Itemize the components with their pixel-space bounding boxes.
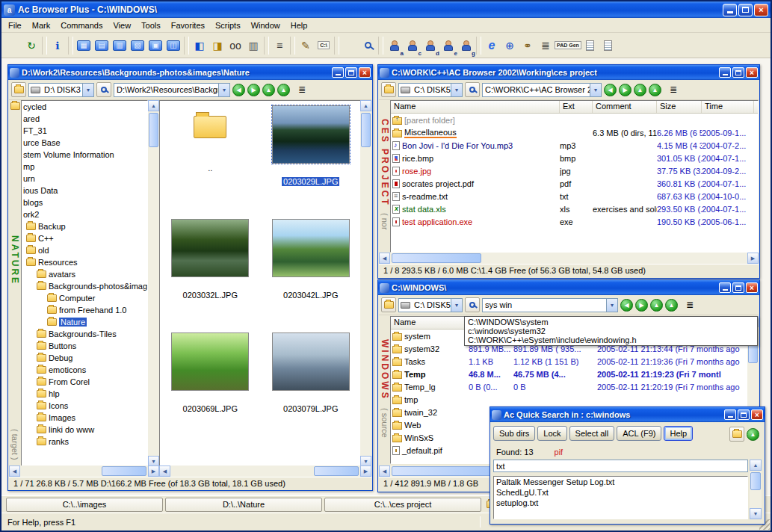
maximize-button[interactable] xyxy=(732,67,744,78)
help-button[interactable]: Help xyxy=(664,426,693,441)
file-row[interactable]: Miscellaneous 6.3 MB (0 dirs, 11 files, … xyxy=(391,126,758,139)
tree-item[interactable]: Buttons xyxy=(22,340,147,352)
file-row[interactable]: rose.jpg jpg 37.75 KB (3... 2004-09-2... xyxy=(391,164,758,177)
window-menu-icon[interactable]: ≣ xyxy=(294,82,309,97)
nav-root-button[interactable]: ▲ xyxy=(277,84,290,96)
nav-forward-button[interactable]: ▶ xyxy=(635,299,648,312)
columns-icon[interactable]: ▥ xyxy=(244,36,262,55)
drive-selector[interactable]: C:\ DISK5 ▾ xyxy=(398,298,463,312)
maximize-button[interactable] xyxy=(738,4,753,16)
minimize-button[interactable] xyxy=(724,409,736,420)
scroll-up-icon[interactable]: ▲ xyxy=(148,100,159,111)
column-header[interactable]: Size xyxy=(657,101,702,113)
internet-explorer-icon[interactable]: e xyxy=(483,36,501,55)
preview-pane-icon[interactable]: ◨ xyxy=(209,36,226,55)
file-row[interactable]: test application.exe exe 190.50 KB (... … xyxy=(391,215,758,228)
menu-item[interactable]: File xyxy=(3,19,27,32)
nav-up-button[interactable]: ▲ xyxy=(262,84,275,96)
tree-item[interactable]: ared xyxy=(22,113,147,125)
search-result-item[interactable]: SchedLgU.Txt xyxy=(494,487,747,498)
column-header[interactable]: Comment xyxy=(593,101,657,113)
column-header[interactable]: Name xyxy=(391,317,469,329)
file-row[interactable]: Tasks 1.1 KB 1.12 KB (1 151 B) 2005-02-1… xyxy=(391,355,747,368)
tree-item[interactable]: FT_31 xyxy=(22,125,147,137)
view-list-icon[interactable]: ▧ xyxy=(129,36,146,55)
subdirs-button[interactable]: Sub dirs xyxy=(493,426,535,441)
minimize-button[interactable] xyxy=(332,67,344,78)
select-all-button[interactable]: Select all xyxy=(569,426,615,441)
scrollbar-thumb[interactable] xyxy=(392,466,496,476)
scroll-down-icon[interactable]: ▼ xyxy=(750,508,762,519)
user-c-icon[interactable]: c xyxy=(403,36,421,55)
file-row[interactable]: rice.bmp bmp 301.05 KB (... 2004-07-1... xyxy=(391,152,758,164)
column-header[interactable]: Name xyxy=(391,101,560,113)
thumbnail-item[interactable]: 0203032L.JPG xyxy=(160,217,261,331)
scroll-right-icon[interactable]: ▶ xyxy=(747,253,759,264)
scrollbar-thumb[interactable] xyxy=(750,472,761,490)
tree-item[interactable]: stem Volume Information xyxy=(22,149,147,161)
scroll-left-icon[interactable]: ◀ xyxy=(159,466,170,477)
folders-panel-icon[interactable] xyxy=(11,82,26,97)
thumbnail-image[interactable] xyxy=(272,219,350,277)
title-bar[interactable]: a Ac Browser Plus - C:\WINDOWS\ × xyxy=(1,1,771,18)
view-small-icons-icon[interactable]: ▥ xyxy=(111,36,129,55)
file-row[interactable]: tmp xyxy=(391,393,747,406)
tree-item[interactable]: avatars xyxy=(22,268,147,280)
path-tab[interactable]: D:\..\Nature xyxy=(165,498,322,512)
file-row[interactable]: Bon Jovi - I'd Die For You.mp3 mp3 4.15 … xyxy=(391,139,758,152)
close-button[interactable]: × xyxy=(754,4,768,16)
tree-item[interactable]: Backgrounds-photos&image xyxy=(22,280,147,292)
scrollbar-thumb[interactable] xyxy=(361,113,371,147)
list-mode-icon[interactable]: ≡ xyxy=(271,36,288,55)
maximize-button[interactable] xyxy=(738,409,750,420)
thumbnail-item[interactable]: 0203029L.JPG xyxy=(261,104,362,217)
tree-item[interactable]: cycled xyxy=(22,101,147,113)
title-bar[interactable]: Ac Quick Search in : c:\windows × xyxy=(490,407,765,422)
tree-item[interactable]: blogs xyxy=(22,197,147,208)
scroll-up-icon[interactable]: ▲ xyxy=(360,100,371,111)
thumbnail-image[interactable] xyxy=(171,332,249,391)
dropdown-arrow-icon[interactable]: ▾ xyxy=(451,84,462,96)
thumbnail-image[interactable] xyxy=(272,332,350,391)
path-tab[interactable]: C:\..\images xyxy=(6,498,163,512)
dropdown-arrow-icon[interactable]: ▾ xyxy=(82,84,93,96)
find-duplicates-icon[interactable]: oo xyxy=(226,36,244,55)
tree-item[interactable]: urce Base xyxy=(22,137,147,149)
dropdown-arrow-icon[interactable]: ▾ xyxy=(218,84,229,96)
tree-item[interactable]: old xyxy=(22,244,147,256)
scroll-right-icon[interactable]: ▶ xyxy=(360,466,371,477)
nav-forward-button[interactable]: ▶ xyxy=(247,84,260,96)
dropdown-arrow-icon[interactable]: ▾ xyxy=(606,299,617,312)
search-result-item[interactable]: setuplog.txt xyxy=(494,498,747,508)
thumbnails-scrollbar[interactable]: ▲ ▼ xyxy=(360,100,371,467)
globe-icon[interactable]: ⊕ xyxy=(501,36,519,55)
drive-info-icon[interactable] xyxy=(96,82,111,97)
title-bar[interactable]: C:\WORK\C++\AC Browser 2002\Working\ces … xyxy=(378,65,759,80)
nav-forward-button[interactable]: ▶ xyxy=(619,84,632,96)
file-row[interactable]: Temp_lg 0 B (0... 0 B 2005-02-11 21:20:1… xyxy=(391,380,747,393)
bookmarks-icon[interactable]: ≣ xyxy=(537,36,555,55)
menu-item[interactable]: Mark xyxy=(27,19,55,32)
go-up-button[interactable]: ▲ xyxy=(747,428,759,441)
user-e-icon[interactable]: e xyxy=(439,36,457,55)
window-menu-icon[interactable]: ≣ xyxy=(666,82,681,97)
close-button[interactable]: × xyxy=(746,67,758,78)
user-a-icon[interactable]: a xyxy=(385,36,403,55)
minimize-button[interactable] xyxy=(719,67,731,78)
scrollbar-thumb[interactable] xyxy=(392,253,481,263)
close-button[interactable]: × xyxy=(359,67,371,78)
view-large-icons-icon[interactable]: ▤ xyxy=(93,36,111,55)
view-thumbnails-icon[interactable]: ▦ xyxy=(75,36,93,55)
lock-button[interactable]: Lock xyxy=(537,426,566,441)
nav-up-button[interactable]: ▲ xyxy=(634,84,646,96)
menu-item[interactable]: Commands xyxy=(55,19,108,32)
info-icon[interactable]: ℹ xyxy=(49,36,67,55)
user-d-icon[interactable]: d xyxy=(421,36,439,55)
title-bar[interactable]: D:\Work2\Resources\Backgrounds-photos&im… xyxy=(8,65,372,80)
menu-item[interactable]: View xyxy=(108,19,136,32)
scroll-left-icon[interactable]: ◀ xyxy=(9,466,20,477)
path-tab[interactable]: C:\..\ces project xyxy=(324,498,481,512)
padgen-icon[interactable]: PAD Gen xyxy=(555,36,581,55)
menu-item[interactable]: Favorites xyxy=(166,19,210,32)
scrollbar-thumb[interactable] xyxy=(102,466,146,476)
